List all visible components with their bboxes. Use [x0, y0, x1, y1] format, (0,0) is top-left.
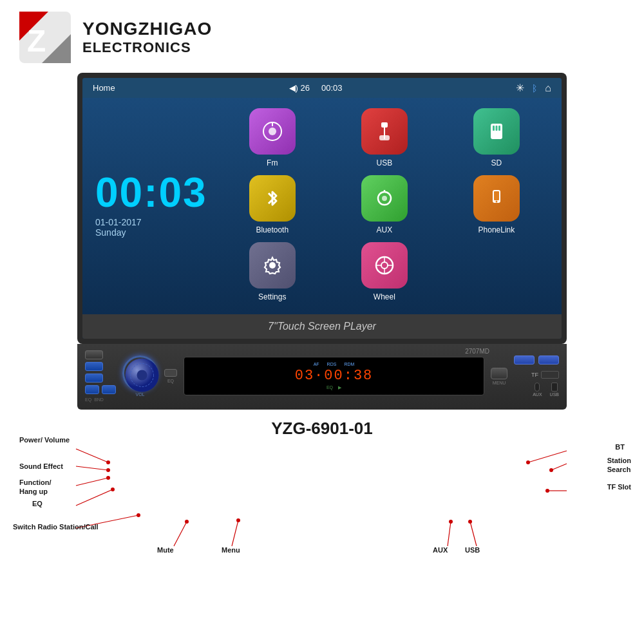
svg-line-34 [76, 478, 108, 486]
ann-eq: EQ [32, 500, 43, 507]
ann-function: Function/Hang up [19, 478, 52, 497]
svg-line-30 [76, 449, 108, 462]
svg-line-44 [528, 451, 567, 462]
svg-point-49 [545, 489, 549, 493]
ann-power-volume: Power/ Volume [19, 435, 70, 444]
ann-bt: BT [615, 443, 625, 451]
annotations-svg [0, 0, 644, 644]
ann-tf-slot: TF Slot [607, 483, 631, 491]
svg-point-39 [137, 513, 140, 517]
svg-line-42 [232, 520, 238, 546]
svg-line-50 [448, 522, 451, 546]
svg-line-40 [174, 522, 187, 546]
ann-sound-effect: Sound Effect [19, 462, 63, 470]
svg-point-45 [526, 460, 530, 464]
svg-point-35 [106, 476, 110, 480]
svg-line-52 [470, 522, 477, 546]
ann-menu: Menu [222, 546, 240, 554]
svg-line-32 [76, 466, 108, 470]
ann-station-search: StationSearch [607, 456, 631, 475]
svg-point-37 [111, 488, 115, 491]
svg-point-51 [449, 520, 453, 524]
svg-point-47 [549, 468, 553, 472]
ann-aux: AUX [433, 546, 448, 554]
svg-line-36 [76, 489, 113, 506]
svg-point-53 [468, 520, 472, 524]
svg-line-46 [551, 464, 567, 470]
svg-point-43 [236, 518, 240, 522]
svg-point-41 [185, 520, 189, 524]
svg-point-31 [106, 460, 110, 464]
ann-switch-radio: Switch Radio Station/Call [13, 523, 99, 531]
ann-usb: USB [465, 546, 480, 554]
svg-point-33 [106, 468, 110, 472]
ann-mute: Mute [157, 546, 174, 554]
